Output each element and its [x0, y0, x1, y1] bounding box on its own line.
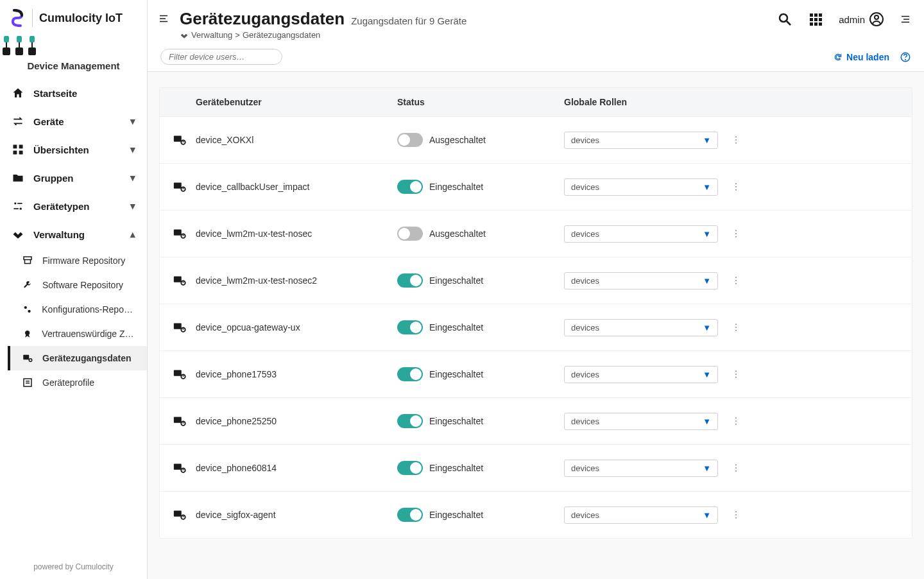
module-icon [0, 35, 38, 58]
status-toggle[interactable] [397, 461, 423, 475]
svg-point-18 [24, 306, 27, 309]
row-actions-menu[interactable] [731, 497, 899, 533]
svg-rect-95 [174, 511, 182, 517]
nav-sub-firmware[interactable]: Firmware Repository [8, 248, 147, 273]
table-row[interactable]: device_opcua-gateway-ux Eingeschaltet de… [160, 304, 912, 350]
module-label: Device Management [0, 60, 147, 71]
nav-sub-profiles[interactable]: Geräteprofile [8, 370, 147, 395]
nav-groups[interactable]: Gruppen ▾ [0, 164, 147, 192]
nav-sub-profiles-label: Geräteprofile [42, 377, 94, 388]
filter-box[interactable] [160, 49, 282, 65]
nav-sub-config[interactable]: Konfigurations-Reposi… [8, 297, 147, 322]
module-block: Device Management [0, 32, 147, 79]
svg-rect-8 [28, 48, 36, 55]
device-name: device_lwm2m-ux-test-nosec [196, 229, 312, 239]
status-toggle[interactable] [397, 320, 423, 334]
menu-toggle-button[interactable] [154, 9, 173, 28]
svg-rect-34 [810, 18, 813, 21]
breadcrumb-root[interactable]: Verwaltung [191, 30, 232, 40]
role-select[interactable]: devices ▼ [564, 460, 718, 477]
role-value: devices [571, 229, 599, 239]
table-row[interactable]: device_phone17593 Eingeschaltet devices … [160, 350, 912, 397]
svg-rect-83 [174, 417, 182, 423]
status-toggle[interactable] [397, 508, 423, 522]
svg-rect-32 [814, 13, 817, 17]
role-select[interactable]: devices ▼ [564, 132, 718, 149]
row-actions-menu[interactable] [731, 216, 899, 252]
role-select[interactable]: devices ▼ [564, 178, 718, 196]
status-toggle[interactable] [397, 133, 423, 147]
table-row[interactable]: device_lwm2m-ux-test-nosec2 Eingeschalte… [160, 257, 912, 304]
table-row[interactable]: device_lwm2m-ux-test-nosec Ausgeschaltet… [160, 210, 912, 257]
reload-label: Neu laden [846, 52, 889, 62]
device-user-icon [173, 273, 187, 288]
svg-line-30 [787, 21, 791, 25]
profile-icon [22, 377, 33, 388]
row-actions-menu[interactable] [731, 263, 899, 298]
archive-icon [22, 255, 33, 266]
row-actions-menu[interactable] [731, 356, 899, 392]
page-subtitle: Zugangsdaten für 9 Geräte [351, 15, 466, 26]
help-button[interactable] [900, 51, 911, 63]
status-toggle[interactable] [397, 227, 423, 241]
search-button[interactable] [777, 12, 792, 27]
svg-point-68 [735, 277, 737, 278]
status-toggle[interactable] [397, 180, 423, 194]
nav-devices-label: Geräte [33, 116, 64, 127]
svg-point-50 [735, 136, 737, 137]
status-toggle[interactable] [397, 414, 423, 428]
nav-home[interactable]: Startseite [0, 79, 147, 107]
nav-devices[interactable]: Geräte ▾ [0, 107, 147, 135]
svg-point-75 [735, 327, 737, 328]
row-actions-menu[interactable] [731, 309, 899, 345]
nav-sub-trusted[interactable]: Vertrauenswürdige Ze… [8, 322, 147, 346]
user-menu[interactable]: admin [839, 12, 884, 27]
nav-overviews[interactable]: Übersichten ▾ [0, 135, 147, 164]
svg-point-15 [20, 208, 22, 210]
nav-administration-label: Verwaltung [33, 229, 85, 240]
right-panel-toggle[interactable] [900, 13, 911, 25]
kebab-icon [731, 510, 741, 520]
reload-button[interactable]: Neu laden [834, 52, 889, 62]
apps-button[interactable] [808, 12, 823, 27]
row-actions-menu[interactable] [731, 450, 899, 486]
nav-device-types[interactable]: Gerätetypen ▾ [0, 192, 147, 220]
svg-point-60 [181, 234, 185, 238]
table-row[interactable]: device_sigfox-agent Eingeschaltet device… [160, 491, 912, 538]
nav-sub-software[interactable]: Software Repository [8, 273, 147, 297]
status-toggle[interactable] [397, 367, 423, 381]
table-row[interactable]: device_phone60814 Eingeschaltet devices … [160, 444, 912, 491]
role-select[interactable]: devices ▼ [564, 225, 718, 243]
svg-point-79 [183, 376, 184, 377]
nav-groups-label: Gruppen [33, 173, 74, 184]
device-name: device_phone60814 [196, 463, 277, 473]
role-select[interactable]: devices ▼ [564, 506, 718, 524]
row-actions-menu[interactable] [731, 169, 899, 205]
table-row[interactable]: device_phone25250 Eingeschaltet devices … [160, 397, 912, 444]
nav-sub-credentials[interactable]: Gerätezugangsdaten [8, 346, 147, 370]
role-select[interactable]: devices ▼ [564, 413, 718, 430]
nav-administration[interactable]: Verwaltung ▴ [0, 220, 147, 248]
role-select[interactable]: devices ▼ [564, 319, 718, 336]
chevron-down-icon: ▾ [130, 116, 135, 127]
handshake-icon [180, 31, 189, 40]
role-select[interactable]: devices ▼ [564, 366, 718, 383]
main: Gerätezugangsdaten Zugangsdaten für 9 Ge… [148, 0, 924, 579]
gears-icon [22, 304, 33, 315]
device-user-icon [173, 461, 187, 475]
svg-rect-21 [23, 355, 29, 360]
table-row[interactable]: device_callbackUser_impact Eingeschaltet… [160, 163, 912, 210]
caret-down-icon: ▼ [703, 182, 711, 192]
table-body: device_XOKXl Ausgeschaltet devices ▼ dev… [160, 116, 912, 538]
svg-point-100 [735, 517, 737, 519]
kebab-icon [731, 229, 741, 239]
row-actions-menu[interactable] [731, 122, 899, 158]
row-actions-menu[interactable] [731, 403, 899, 439]
role-value: devices [571, 323, 599, 333]
status-toggle[interactable] [397, 273, 423, 288]
handshake-icon [12, 228, 24, 241]
table-row[interactable]: device_XOKXl Ausgeschaltet devices ▼ [160, 116, 912, 163]
role-select[interactable]: devices ▼ [564, 272, 718, 290]
filter-input[interactable] [169, 52, 277, 62]
svg-point-69 [735, 280, 737, 281]
